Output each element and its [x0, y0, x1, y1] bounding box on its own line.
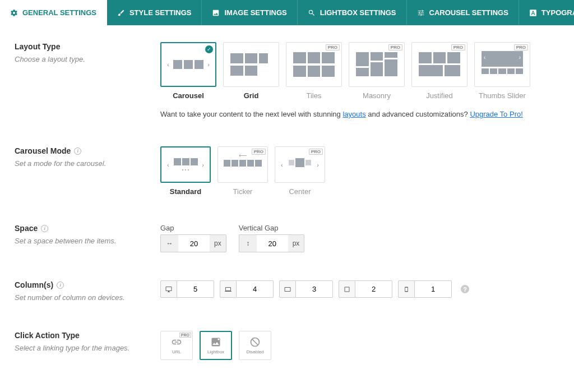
tab-label: LIGHTBOX SETTINGS — [320, 8, 396, 17]
brush-icon — [117, 9, 125, 17]
layout-option-carousel[interactable]: ✓ ‹› — [160, 42, 216, 87]
link-icon — [171, 336, 182, 348]
mode-option-ticker[interactable]: PRO ⟵ — [217, 146, 268, 183]
layout-option-justified[interactable]: PRO — [411, 42, 467, 87]
click-desc: Select a linking type for the images. — [15, 343, 160, 353]
tab-label: IMAGE SETTINGS — [224, 8, 286, 17]
mode-option-label: Ticker — [233, 187, 253, 196]
gap-unit: px — [210, 234, 226, 252]
vgap-label: Vertical Gap — [239, 224, 305, 232]
row-carousel-mode: Carousel Mode i Set a mode for the carou… — [15, 146, 559, 196]
mode-title: Carousel Mode — [15, 146, 71, 155]
mobile-icon — [398, 280, 415, 298]
tab-image[interactable]: IMAGE SETTINGS — [202, 0, 297, 25]
mode-option-label: Standard — [170, 187, 201, 196]
layout-option-masonry[interactable]: PRO — [349, 42, 405, 87]
layout-option-label: Justified — [426, 91, 453, 100]
lightbox-icon — [210, 336, 221, 348]
sliders-icon — [417, 9, 425, 17]
tab-label: GENERAL SETTINGS — [22, 8, 96, 17]
layout-option-grid[interactable] — [223, 42, 279, 87]
laptop-icon — [220, 280, 237, 298]
layout-option-thumbs-slider[interactable]: PRO ‹› — [474, 42, 530, 87]
click-option-label: URL — [172, 349, 181, 354]
layout-option-label: Carousel — [173, 91, 204, 100]
columns-title: Column(s) — [15, 280, 53, 289]
layout-desc: Choose a layout type. — [15, 54, 160, 64]
layout-title: Layout Type — [15, 42, 160, 51]
svg-point-0 — [217, 338, 220, 340]
row-space: Space i Set a space between the items. G… — [15, 224, 559, 252]
layout-option-tiles[interactable]: PRO — [286, 42, 342, 87]
mode-option-label: Center — [289, 187, 311, 196]
mode-option-center[interactable]: PRO ‹› — [275, 146, 325, 183]
click-option-label: Disabled — [246, 349, 263, 354]
gear-icon — [10, 9, 18, 17]
col-tablet-landscape-input[interactable] — [296, 280, 333, 298]
tab-style[interactable]: STYLE SETTINGS — [107, 0, 202, 25]
tab-typography[interactable]: TYPOGRAPHY — [519, 0, 574, 25]
layout-option-label: Tiles — [307, 91, 322, 100]
image-icon — [212, 9, 220, 17]
columns-desc: Set number of column on devices. — [15, 293, 160, 303]
space-title: Space — [15, 224, 38, 233]
vgap-input[interactable] — [257, 234, 288, 252]
layout-option-label: Grid — [244, 91, 259, 100]
click-option-disabled[interactable]: Disabled — [239, 331, 271, 360]
col-laptop-input[interactable] — [237, 280, 274, 298]
tab-lightbox[interactable]: LIGHTBOX SETTINGS — [298, 0, 407, 25]
row-layout-type: Layout Type Choose a layout type. ✓ ‹› C… — [15, 42, 559, 118]
click-option-label: Lightbox — [207, 349, 224, 354]
font-icon — [529, 9, 537, 17]
svg-line-2 — [252, 339, 258, 345]
mode-option-standard[interactable]: ‹› • • • — [160, 146, 211, 183]
pro-badge: PRO — [179, 333, 191, 338]
click-option-lightbox[interactable]: Lightbox — [200, 331, 232, 360]
click-option-url[interactable]: PRO URL — [160, 331, 193, 360]
info-icon[interactable]: i — [41, 225, 48, 232]
tablet-icon — [339, 280, 355, 298]
vgap-unit: px — [288, 234, 305, 252]
layout-option-label: Thumbs Slider — [479, 91, 526, 100]
info-icon[interactable]: i — [74, 147, 81, 155]
tablet-landscape-icon — [279, 280, 296, 298]
col-tablet-input[interactable] — [355, 280, 392, 298]
search-icon — [308, 9, 316, 17]
col-desktop-input[interactable] — [177, 280, 214, 298]
upsell-upgrade-link[interactable]: Upgrade To Pro! — [470, 110, 522, 118]
help-icon[interactable]: ? — [461, 285, 469, 293]
info-icon[interactable]: i — [57, 282, 64, 289]
tab-label: CAROUSEL SETTINGS — [429, 8, 508, 17]
content: Layout Type Choose a layout type. ✓ ‹› C… — [0, 25, 574, 392]
vertical-arrow-icon: ↕ — [239, 234, 257, 252]
gap-input[interactable] — [178, 234, 210, 252]
upsell-layouts-link[interactable]: layouts — [342, 110, 365, 118]
horizontal-arrow-icon: ↔ — [160, 234, 178, 252]
row-click-action: Click Action Type Select a linking type … — [15, 331, 559, 360]
tabs-bar: GENERAL SETTINGS STYLE SETTINGS IMAGE SE… — [0, 0, 574, 25]
tab-label: STYLE SETTINGS — [129, 8, 192, 17]
upsell-text: Want to take your content to the next le… — [160, 110, 559, 118]
desktop-icon — [160, 280, 177, 298]
click-title: Click Action Type — [15, 331, 160, 340]
layout-option-label: Masonry — [363, 91, 391, 100]
row-columns: Column(s) i Set number of column on devi… — [15, 280, 559, 303]
ban-icon — [249, 336, 261, 348]
tab-general[interactable]: GENERAL SETTINGS — [0, 0, 107, 25]
col-mobile-input[interactable] — [415, 280, 452, 298]
tab-label: TYPOGRAPHY — [541, 8, 574, 17]
space-desc: Set a space between the items. — [15, 236, 160, 246]
mode-desc: Set a mode for the carousel. — [15, 159, 160, 169]
gap-label: Gap — [160, 224, 226, 232]
tab-carousel[interactable]: CAROUSEL SETTINGS — [407, 0, 519, 25]
